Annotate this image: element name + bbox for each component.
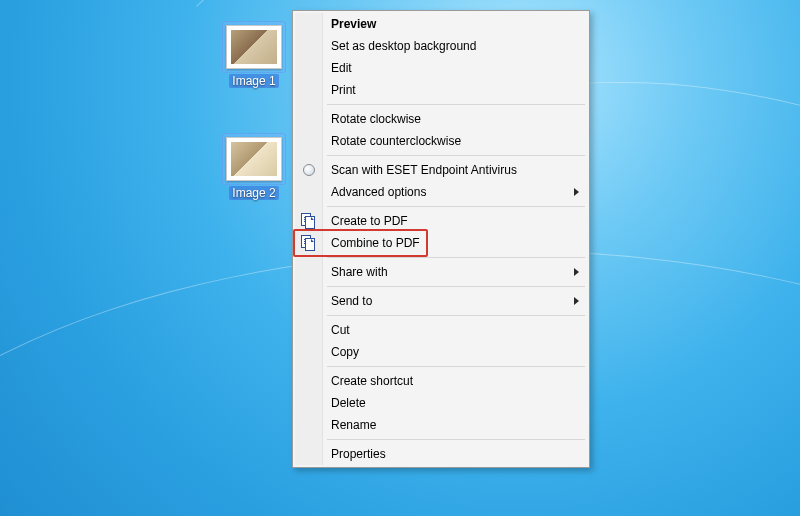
menu-item-label: Rotate counterclockwise: [331, 134, 461, 148]
menu-separator: [327, 439, 585, 440]
pdf-icon: [300, 212, 318, 230]
submenu-arrow-icon: [574, 268, 579, 276]
menu-separator: [327, 315, 585, 316]
menu-item-label: Create to PDF: [331, 214, 408, 228]
menu-item-label: Send to: [331, 294, 372, 308]
menu-item-cut[interactable]: Cut: [295, 319, 587, 341]
menu-item-create-shortcut[interactable]: Create shortcut: [295, 370, 587, 392]
menu-separator: [327, 257, 585, 258]
menu-item-rename[interactable]: Rename: [295, 414, 587, 436]
menu-item-label: Preview: [331, 17, 376, 31]
submenu-arrow-icon: [574, 188, 579, 196]
menu-item-label: Print: [331, 83, 356, 97]
menu-item-label: Set as desktop background: [331, 39, 476, 53]
menu-separator: [327, 206, 585, 207]
menu-item-properties[interactable]: Properties: [295, 443, 587, 465]
menu-item-label: Combine to PDF: [331, 236, 420, 250]
menu-item-label: Share with: [331, 265, 388, 279]
menu-item-eset-scan[interactable]: Scan with ESET Endpoint Antivirus: [295, 159, 587, 181]
menu-item-copy[interactable]: Copy: [295, 341, 587, 363]
icon-label: Image 2: [229, 186, 278, 200]
menu-separator: [327, 286, 585, 287]
menu-item-label: Cut: [331, 323, 350, 337]
menu-item-print[interactable]: Print: [295, 79, 587, 101]
menu-item-rotate-counterclockwise[interactable]: Rotate counterclockwise: [295, 130, 587, 152]
menu-item-label: Scan with ESET Endpoint Antivirus: [331, 163, 517, 177]
menu-separator: [327, 366, 585, 367]
menu-item-create-to-pdf[interactable]: Create to PDF: [295, 210, 587, 232]
menu-item-label: Advanced options: [331, 185, 426, 199]
context-menu: Preview Set as desktop background Edit P…: [292, 10, 590, 468]
menu-item-label: Properties: [331, 447, 386, 461]
menu-item-label: Rename: [331, 418, 376, 432]
menu-item-combine-to-pdf[interactable]: Combine to PDF: [295, 232, 587, 254]
menu-item-share-with[interactable]: Share with: [295, 261, 587, 283]
menu-item-preview[interactable]: Preview: [295, 13, 587, 35]
menu-item-label: Delete: [331, 396, 366, 410]
icon-label: Image 1: [229, 74, 278, 88]
eset-icon: [300, 161, 318, 179]
menu-item-send-to[interactable]: Send to: [295, 290, 587, 312]
menu-item-rotate-clockwise[interactable]: Rotate clockwise: [295, 108, 587, 130]
menu-item-edit[interactable]: Edit: [295, 57, 587, 79]
desktop-icon-image-2[interactable]: Image 2: [215, 134, 293, 200]
menu-item-set-desktop-background[interactable]: Set as desktop background: [295, 35, 587, 57]
thumbnail: [223, 134, 285, 184]
menu-item-label: Create shortcut: [331, 374, 413, 388]
menu-separator: [327, 104, 585, 105]
pdf-icon: [300, 234, 318, 252]
menu-item-label: Rotate clockwise: [331, 112, 421, 126]
thumbnail: [223, 22, 285, 72]
menu-item-delete[interactable]: Delete: [295, 392, 587, 414]
menu-separator: [327, 155, 585, 156]
menu-item-advanced-options[interactable]: Advanced options: [295, 181, 587, 203]
desktop-icon-image-1[interactable]: Image 1: [215, 22, 293, 88]
menu-item-label: Edit: [331, 61, 352, 75]
menu-item-label: Copy: [331, 345, 359, 359]
submenu-arrow-icon: [574, 297, 579, 305]
